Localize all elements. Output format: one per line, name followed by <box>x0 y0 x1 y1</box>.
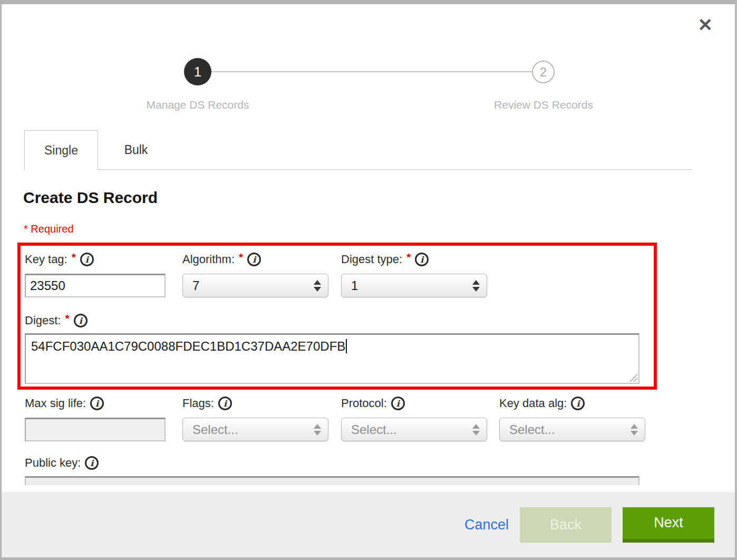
required-note: * Required <box>24 223 74 235</box>
create-ds-record-modal: ✕ 1 2 Manage DS Records Review DS Record… <box>0 0 737 560</box>
key-data-alg-select[interactable]: Select... <box>499 418 645 441</box>
public-key-textarea[interactable] <box>25 476 639 485</box>
digest-type-field: Digest type: * i 1 <box>341 252 487 297</box>
public-key-label-text: Public key: <box>25 456 81 470</box>
flags-select-value: Select... <box>192 422 238 437</box>
stepper-connector-line <box>211 71 533 72</box>
required-asterisk: * <box>239 251 243 264</box>
required-fields-highlight-box: Key tag: * i Algorithm: * i 7 Digest typ… <box>17 243 657 390</box>
page-title: Create DS Record <box>23 189 158 207</box>
max-sig-life-input[interactable] <box>25 418 166 441</box>
protocol-select-value: Select... <box>351 422 397 437</box>
tab-bar-divider <box>98 169 692 170</box>
digest-value: 54FCF030AA1C79C0088FDEC1BD1C37DAA2E70DFB <box>31 339 345 353</box>
protocol-field: Protocol: i Select... <box>341 396 487 441</box>
select-updown-arrows-icon <box>472 424 480 436</box>
info-icon[interactable]: i <box>218 397 232 410</box>
tab-single[interactable]: Single <box>24 130 98 170</box>
cancel-button[interactable]: Cancel <box>464 517 509 533</box>
digest-label-text: Digest: <box>25 314 61 327</box>
digest-type-label: Digest type: * i <box>341 252 487 267</box>
text-caret <box>346 339 347 353</box>
step-1-circle: 1 <box>184 58 211 85</box>
algorithm-field: Algorithm: * i 7 <box>182 252 328 297</box>
required-asterisk: * <box>65 312 69 325</box>
digest-type-select[interactable]: 1 <box>341 274 487 297</box>
protocol-select[interactable]: Select... <box>341 418 487 441</box>
algorithm-label-text: Algorithm: <box>182 253 235 266</box>
digest-textarea[interactable]: 54FCF030AA1C79C0088FDEC1BD1C37DAA2E70DFB <box>25 333 639 384</box>
key-data-alg-label: Key data alg: i <box>499 396 645 411</box>
algorithm-select[interactable]: 7 <box>182 274 328 297</box>
max-sig-life-field: Max sig life: i <box>25 396 166 441</box>
digest-type-select-value: 1 <box>351 278 358 293</box>
info-icon[interactable]: i <box>415 253 429 266</box>
max-sig-life-label-text: Max sig life: <box>25 397 86 410</box>
info-icon[interactable]: i <box>247 253 261 266</box>
next-button[interactable]: Next <box>623 507 714 543</box>
step-2-label: Review DS Records <box>459 99 628 111</box>
required-asterisk: * <box>406 251 411 264</box>
digest-field: Digest: * i 54FCF030AA1C79C0088FDEC1BD1C… <box>25 313 639 384</box>
tab-bulk[interactable]: Bulk <box>99 130 173 170</box>
select-updown-arrows-icon <box>314 280 321 292</box>
flags-field: Flags: i Select... <box>182 396 328 441</box>
info-icon[interactable]: i <box>80 253 94 266</box>
resize-handle-icon[interactable] <box>628 373 637 382</box>
protocol-label-text: Protocol: <box>341 397 387 410</box>
algorithm-label: Algorithm: * i <box>182 252 328 267</box>
select-updown-arrows-icon <box>472 280 480 292</box>
key-tag-label: Key tag: * i <box>25 252 166 267</box>
step-1-label: Manage DS Records <box>113 99 282 111</box>
key-data-alg-select-value: Select... <box>509 422 555 437</box>
step-2-circle: 2 <box>532 61 555 83</box>
key-tag-input[interactable] <box>25 274 166 297</box>
info-icon[interactable]: i <box>85 456 99 470</box>
info-icon[interactable]: i <box>90 397 104 410</box>
public-key-field: Public key: i <box>25 456 639 485</box>
modal-footer: Cancel Back Next <box>2 492 735 557</box>
flags-label-text: Flags: <box>182 397 214 410</box>
key-data-alg-label-text: Key data alg: <box>499 397 567 410</box>
max-sig-life-label: Max sig life: i <box>25 396 166 411</box>
algorithm-select-value: 7 <box>192 278 199 293</box>
wizard-stepper: 1 2 Manage DS Records Review DS Records <box>2 58 735 116</box>
tab-bar: Single Bulk <box>24 130 692 170</box>
close-icon[interactable]: ✕ <box>698 16 713 34</box>
info-icon[interactable]: i <box>571 397 585 410</box>
required-asterisk: * <box>72 251 76 264</box>
flags-select[interactable]: Select... <box>182 418 328 441</box>
info-icon[interactable]: i <box>74 314 88 327</box>
info-icon[interactable]: i <box>391 397 405 410</box>
flags-label: Flags: i <box>182 396 328 411</box>
select-updown-arrows-icon <box>314 424 321 436</box>
key-tag-label-text: Key tag: <box>25 253 67 266</box>
protocol-label: Protocol: i <box>341 396 487 411</box>
digest-type-label-text: Digest type: <box>341 253 402 266</box>
key-data-alg-field: Key data alg: i Select... <box>499 396 645 441</box>
back-button[interactable]: Back <box>520 507 612 543</box>
digest-label: Digest: * i <box>25 313 639 328</box>
select-updown-arrows-icon <box>631 424 638 436</box>
key-tag-field: Key tag: * i <box>25 252 166 297</box>
public-key-label: Public key: i <box>25 456 639 470</box>
